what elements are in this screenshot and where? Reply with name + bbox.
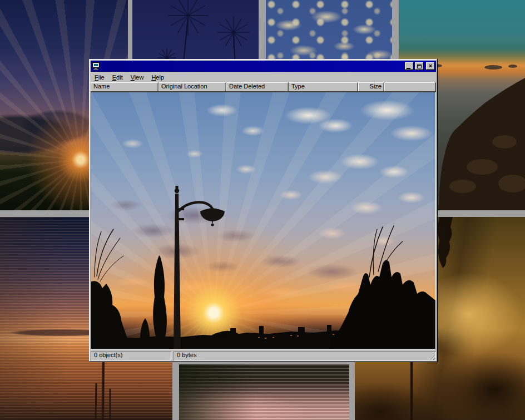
column-header-blank[interactable] <box>384 82 436 92</box>
sunset-photo-background <box>91 92 435 349</box>
resize-grip[interactable] <box>429 353 435 360</box>
desktop: { "window": { "title": "", "titlebar_ico… <box>0 0 525 420</box>
column-header-row: Name Original Location Date Deleted Type… <box>91 82 436 92</box>
close-icon: × <box>429 63 432 69</box>
menu-bar: File Edit View Help <box>91 72 436 82</box>
recycle-bin-window: × File Edit View Help Name Original Loca… <box>89 59 438 362</box>
column-header-size[interactable]: Size <box>358 82 384 92</box>
column-header-original-location[interactable]: Original Location <box>159 82 226 92</box>
status-object-count: 0 object(s) <box>91 351 171 360</box>
computer-icon <box>92 62 101 71</box>
maximize-button[interactable] <box>415 62 424 70</box>
menu-file[interactable]: File <box>91 73 108 82</box>
status-bar: 0 object(s) 0 bytes <box>91 349 436 360</box>
status-total-size: 0 bytes <box>174 351 436 360</box>
close-button[interactable]: × <box>426 62 435 70</box>
column-header-date-deleted[interactable]: Date Deleted <box>226 82 289 92</box>
file-list-area[interactable] <box>91 92 436 349</box>
column-header-type[interactable]: Type <box>289 82 358 92</box>
window-titlebar[interactable]: × <box>91 61 436 72</box>
column-header-name[interactable]: Name <box>91 82 159 92</box>
menu-help[interactable]: Help <box>147 73 168 82</box>
sunset-silhouettes-art <box>91 92 435 349</box>
minimize-icon <box>407 68 410 69</box>
minimize-button[interactable] <box>405 62 414 70</box>
menu-edit[interactable]: Edit <box>108 73 127 82</box>
menu-view[interactable]: View <box>127 73 148 82</box>
maximize-icon <box>417 65 422 68</box>
wallpaper-photo-water-reflections <box>179 364 349 420</box>
